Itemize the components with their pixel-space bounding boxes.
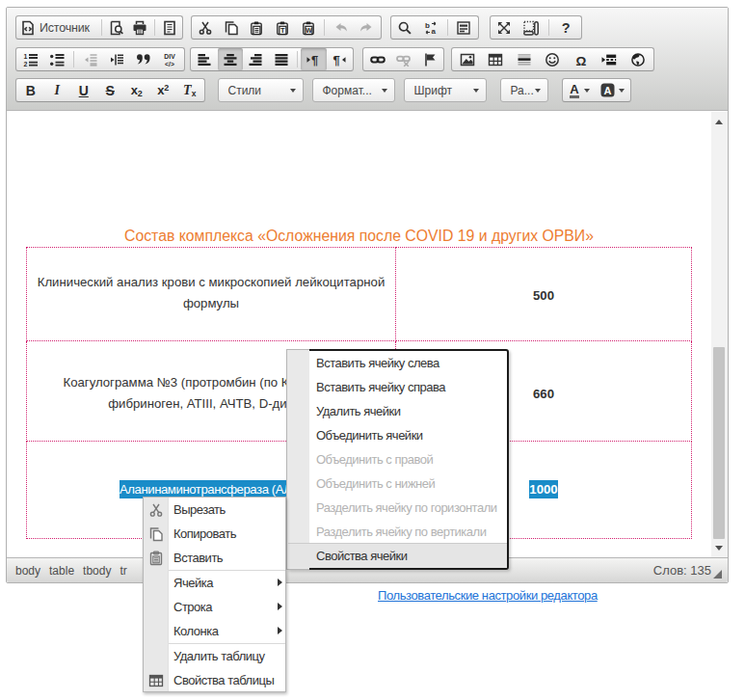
svg-text:A: A — [604, 85, 612, 96]
